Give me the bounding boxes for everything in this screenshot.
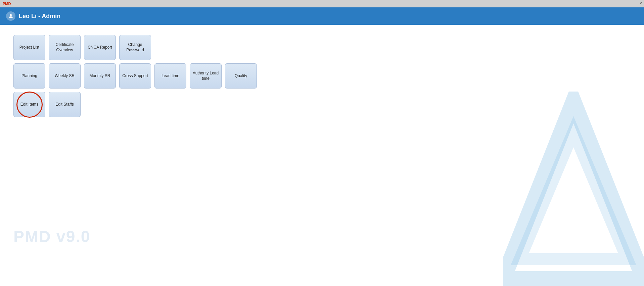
button-row-1: Project List Certificate Overview CNCA R… (13, 35, 631, 60)
planning-button[interactable]: Planning (13, 63, 45, 89)
project-list-button[interactable]: Project List (13, 35, 45, 60)
quality-button[interactable]: Quality (225, 63, 257, 89)
monthly-sr-button[interactable]: Monthly SR (84, 63, 116, 89)
header-bar: Leo Li - Admin (0, 7, 644, 25)
edit-staffs-button[interactable]: Edit Staffs (49, 92, 81, 117)
triangle-logo-svg (503, 92, 644, 286)
main-content: Project List Certificate Overview CNCA R… (0, 25, 644, 286)
close-button[interactable]: × (640, 1, 642, 6)
cnca-report-button[interactable]: CNCA Report (84, 35, 116, 60)
button-row-3: Edit Items Edit Staffs (13, 92, 631, 117)
avatar (6, 11, 15, 21)
button-grid: Project List Certificate Overview CNCA R… (13, 35, 631, 117)
svg-marker-1 (503, 102, 644, 279)
weekly-sr-button[interactable]: Weekly SR (49, 63, 81, 89)
lead-time-button[interactable]: Lead time (154, 63, 186, 89)
cross-support-button[interactable]: Cross Support (119, 63, 151, 89)
background-logo (503, 92, 644, 286)
authority-lead-time-button[interactable]: Authority Lead time (190, 63, 222, 89)
version-watermark: PMD v9.0 (13, 227, 90, 246)
title-bar: PMD × (0, 0, 644, 7)
button-row-2: Planning Weekly SR Monthly SR Cross Supp… (13, 63, 631, 89)
svg-point-0 (10, 14, 12, 16)
svg-marker-2 (520, 132, 627, 259)
person-icon (8, 13, 14, 19)
change-password-button[interactable]: Change Password (119, 35, 151, 60)
certificate-overview-button[interactable]: Certificate Overview (49, 35, 81, 60)
app-name: PMD (3, 2, 11, 6)
svg-marker-3 (537, 159, 610, 246)
user-name-label: Leo Li - Admin (19, 13, 60, 20)
edit-items-button[interactable]: Edit Items (13, 92, 45, 117)
